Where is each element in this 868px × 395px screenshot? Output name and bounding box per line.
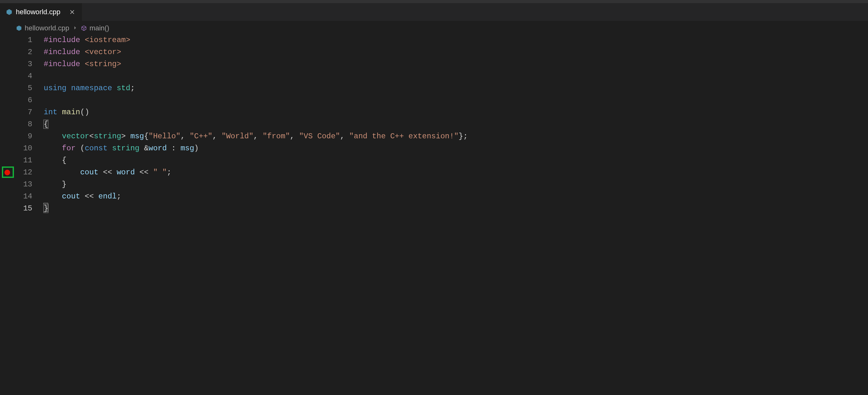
tab-bar: C⁺⁺ helloworld.cpp bbox=[0, 3, 868, 21]
breadcrumb-symbol[interactable]: main() bbox=[81, 24, 109, 32]
code-line[interactable]: using namespace std; bbox=[44, 82, 868, 94]
line-number: 15 bbox=[16, 203, 32, 215]
tab-helloworld[interactable]: C⁺⁺ helloworld.cpp bbox=[0, 3, 82, 21]
title-bar bbox=[0, 0, 868, 3]
code-content[interactable]: #include <iostream>#include <vector>#inc… bbox=[32, 34, 868, 395]
line-number: 7 bbox=[16, 107, 32, 118]
code-line[interactable]: #include <iostream> bbox=[44, 34, 868, 46]
line-number: 5 bbox=[16, 82, 32, 94]
line-number: 3 bbox=[16, 58, 32, 70]
code-editor[interactable]: 123456789101112131415 #include <iostream… bbox=[0, 34, 868, 395]
line-number: 6 bbox=[16, 94, 32, 107]
code-line[interactable]: #include <vector> bbox=[44, 46, 868, 58]
chevron-right-icon bbox=[72, 24, 78, 32]
breadcrumb: C⁺⁺ helloworld.cpp main() bbox=[0, 21, 868, 34]
breakpoint-gutter[interactable] bbox=[0, 34, 16, 395]
breakpoint-slot[interactable] bbox=[0, 94, 16, 107]
breakpoint-slot[interactable] bbox=[0, 70, 16, 82]
breakpoint-slot[interactable] bbox=[0, 179, 16, 190]
line-number: 12 bbox=[16, 166, 32, 179]
code-line[interactable] bbox=[44, 70, 868, 82]
svg-text:C⁺⁺: C⁺⁺ bbox=[17, 27, 21, 30]
breakpoint-slot[interactable] bbox=[0, 107, 16, 118]
editor-window: C⁺⁺ helloworld.cpp C⁺⁺ helloworld.cpp bbox=[0, 0, 868, 395]
breadcrumb-file-label: helloworld.cpp bbox=[25, 24, 69, 32]
code-line[interactable]: vector<string> msg{"Hello", "C++", "Worl… bbox=[44, 130, 868, 143]
line-number: 14 bbox=[16, 190, 32, 203]
line-number: 8 bbox=[16, 118, 32, 130]
line-numbers: 123456789101112131415 bbox=[16, 34, 32, 395]
breakpoint-slot[interactable] bbox=[0, 190, 16, 203]
breakpoint-slot[interactable] bbox=[0, 203, 16, 215]
close-tab-icon[interactable] bbox=[68, 8, 76, 16]
line-number: 4 bbox=[16, 70, 32, 82]
line-number: 10 bbox=[16, 143, 32, 154]
cpp-file-icon: C⁺⁺ bbox=[16, 25, 22, 31]
code-line[interactable] bbox=[44, 94, 868, 107]
code-line[interactable]: { bbox=[44, 154, 868, 166]
line-number: 11 bbox=[16, 154, 32, 166]
code-line[interactable]: for (const string &word : msg) bbox=[44, 143, 868, 154]
code-line[interactable]: cout << endl; bbox=[44, 190, 868, 203]
svg-text:C⁺⁺: C⁺⁺ bbox=[7, 11, 12, 14]
breakpoint-slot[interactable] bbox=[0, 143, 16, 154]
line-number: 1 bbox=[16, 34, 32, 46]
breadcrumb-file[interactable]: C⁺⁺ helloworld.cpp bbox=[16, 24, 69, 32]
breakpoint-slot[interactable] bbox=[0, 166, 16, 179]
breakpoint-slot[interactable] bbox=[0, 82, 16, 94]
line-number: 2 bbox=[16, 46, 32, 58]
code-line[interactable]: } bbox=[44, 203, 868, 215]
tab-filename: helloworld.cpp bbox=[16, 8, 60, 16]
line-number: 13 bbox=[16, 179, 32, 190]
code-line[interactable]: cout << word << " "; bbox=[44, 166, 868, 179]
breadcrumb-symbol-label: main() bbox=[90, 24, 109, 32]
breakpoint-slot[interactable] bbox=[0, 130, 16, 143]
code-line[interactable]: int main() bbox=[44, 107, 868, 118]
code-line[interactable]: } bbox=[44, 179, 868, 190]
symbol-method-icon bbox=[81, 25, 87, 31]
code-line[interactable]: #include <string> bbox=[44, 58, 868, 70]
breakpoint-slot[interactable] bbox=[0, 154, 16, 166]
code-line[interactable]: { bbox=[44, 118, 868, 130]
cpp-file-icon: C⁺⁺ bbox=[6, 8, 13, 16]
breakpoint-slot[interactable] bbox=[0, 34, 16, 46]
breakpoint-icon[interactable] bbox=[4, 170, 10, 175]
breakpoint-slot[interactable] bbox=[0, 46, 16, 58]
line-number: 9 bbox=[16, 130, 32, 143]
breakpoint-slot[interactable] bbox=[0, 118, 16, 130]
breakpoint-slot[interactable] bbox=[0, 58, 16, 70]
